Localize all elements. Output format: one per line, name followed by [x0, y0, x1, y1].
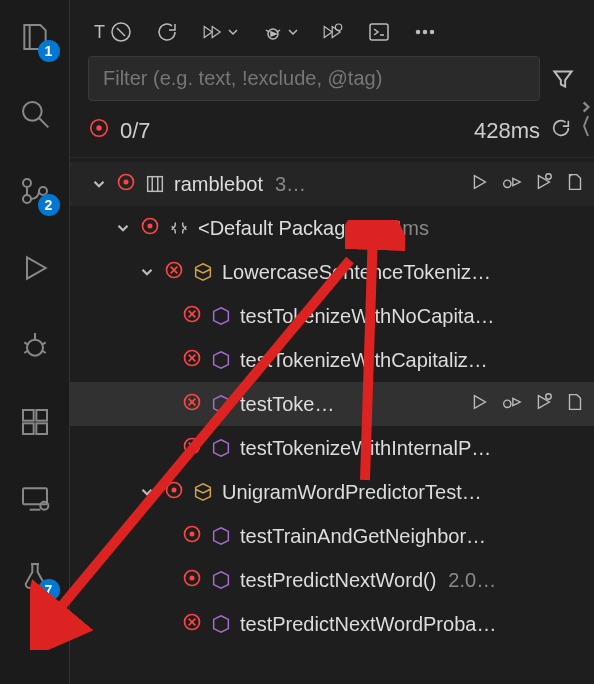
goto-file-icon[interactable] [564, 171, 586, 198]
fail-icon [182, 392, 202, 417]
debug-run-icon[interactable] [500, 391, 522, 418]
search-icon[interactable] [16, 95, 54, 133]
package-icon [168, 217, 190, 239]
debug-all-button[interactable] [261, 20, 299, 44]
project-label: ramblebot [174, 173, 263, 196]
summary-time: 428ms [474, 118, 540, 144]
tree-test-row[interactable]: testTokenizeWithNoCapita… [70, 294, 594, 338]
coverage-all-button[interactable] [321, 20, 345, 44]
tree-package-row[interactable]: <Default Package> 34ms [70, 206, 594, 250]
tree-class-row[interactable]: UnigramWordPredictorTest… [70, 470, 594, 514]
method-icon [210, 393, 232, 415]
tree-test-row[interactable]: testPredictNextWordProba… [70, 602, 594, 646]
coverage-run-icon[interactable] [532, 171, 554, 198]
svg-point-33 [424, 31, 427, 34]
svg-line-24 [266, 30, 269, 32]
queued-icon [116, 172, 136, 197]
more-button[interactable] [413, 20, 437, 44]
rerun-button[interactable] [550, 117, 572, 145]
queued-icon [88, 117, 110, 145]
test-label: testPredictNextWord() [240, 569, 436, 592]
svg-point-18 [40, 502, 48, 510]
tree-class-row[interactable]: LowercaseSentenceTokeniz… [70, 250, 594, 294]
svg-line-25 [277, 30, 280, 32]
testing-badge: 7 [38, 579, 60, 601]
queued-icon [164, 480, 184, 505]
svg-line-20 [117, 28, 125, 36]
svg-point-74 [190, 576, 193, 579]
show-output-button[interactable]: T [94, 20, 133, 44]
tree-test-row[interactable]: testPredictNextWord() 2.0… [70, 558, 594, 602]
method-icon [210, 437, 232, 459]
svg-rect-15 [36, 423, 47, 434]
svg-marker-22 [212, 26, 220, 37]
svg-point-2 [23, 179, 31, 187]
svg-point-0 [23, 102, 42, 121]
svg-point-48 [148, 224, 151, 227]
fail-icon [182, 436, 202, 461]
svg-point-70 [172, 488, 175, 491]
goto-file-icon[interactable] [564, 391, 586, 418]
scm-badge: 2 [38, 194, 60, 216]
svg-point-43 [504, 180, 511, 187]
filter-input[interactable] [88, 56, 540, 101]
run-icon[interactable] [468, 391, 490, 418]
svg-point-46 [546, 173, 552, 179]
method-icon [210, 613, 232, 635]
remote-icon[interactable] [16, 480, 54, 518]
tree-test-row[interactable]: testTokenizeWithInternalP… [70, 426, 594, 470]
fail-icon [182, 612, 202, 637]
queued-icon [182, 524, 202, 549]
tree-test-row[interactable]: testTokenizeWithCapitaliz… [70, 338, 594, 382]
fail-icon [182, 304, 202, 329]
svg-point-32 [417, 31, 420, 34]
coverage-run-icon[interactable] [532, 391, 554, 418]
test-label: testToke… [240, 393, 334, 416]
svg-marker-26 [271, 32, 276, 36]
svg-marker-5 [27, 257, 46, 278]
method-icon [210, 569, 232, 591]
run-icon[interactable] [468, 171, 490, 198]
summary-count: 0/7 [120, 118, 151, 144]
test-label: testTokenizeWithNoCapita… [240, 305, 495, 328]
tree-test-row[interactable]: testToke… [70, 382, 594, 426]
svg-marker-44 [513, 178, 520, 185]
svg-marker-63 [513, 398, 520, 405]
method-icon [210, 349, 232, 371]
svg-rect-13 [36, 410, 47, 421]
svg-rect-39 [148, 177, 163, 192]
queued-icon [140, 216, 160, 241]
svg-marker-45 [538, 175, 549, 188]
refresh-button[interactable] [155, 20, 179, 44]
testing-icon[interactable]: 7 [16, 557, 54, 595]
run-all-button[interactable] [201, 20, 239, 44]
tree-project-row[interactable]: ramblebot 3… [70, 162, 594, 206]
class-icon [192, 481, 214, 503]
project-icon [144, 173, 166, 195]
debug-run-icon[interactable] [500, 171, 522, 198]
extensions-icon[interactable] [16, 403, 54, 441]
svg-point-72 [190, 532, 193, 535]
svg-point-62 [504, 400, 511, 407]
side-panel-handle[interactable] [578, 100, 594, 160]
tree-test-row[interactable]: testTrainAndGetNeighbor… [70, 514, 594, 558]
fail-icon [182, 348, 202, 373]
bug-icon[interactable] [16, 326, 54, 364]
svg-marker-61 [474, 395, 485, 408]
svg-marker-28 [332, 26, 340, 37]
testing-toolbar: T [70, 20, 594, 56]
class-icon [192, 261, 214, 283]
explorer-icon[interactable]: 1 [16, 18, 54, 56]
svg-point-65 [546, 393, 552, 399]
run-debug-icon[interactable] [16, 249, 54, 287]
filter-icon[interactable] [550, 66, 576, 92]
svg-point-34 [431, 31, 434, 34]
terminal-button[interactable] [367, 20, 391, 44]
svg-point-29 [335, 24, 341, 30]
svg-point-38 [124, 180, 127, 183]
scm-icon[interactable]: 2 [16, 172, 54, 210]
svg-rect-12 [23, 410, 34, 421]
svg-marker-64 [538, 395, 549, 408]
svg-marker-21 [204, 26, 212, 37]
explorer-badge: 1 [38, 40, 60, 62]
